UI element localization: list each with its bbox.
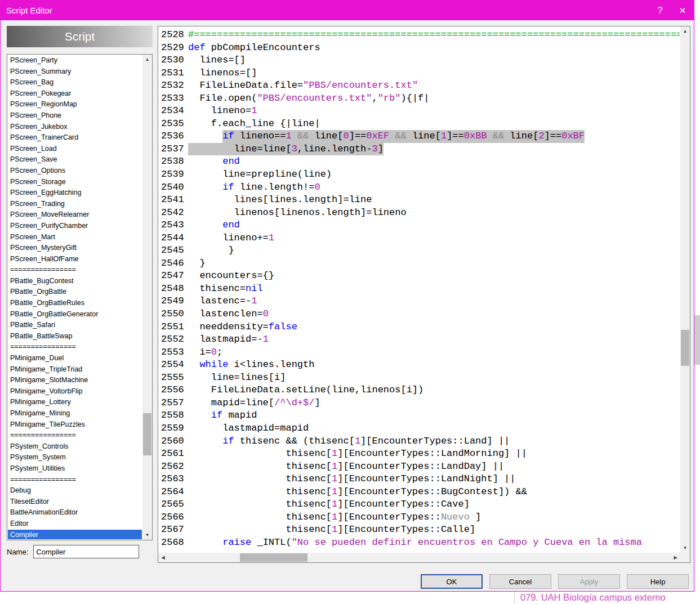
list-item[interactable]: PScreen_Pokegear	[8, 88, 142, 100]
list-item[interactable]: PScreen_Bag	[8, 77, 142, 88]
cancel-button[interactable]: Cancel	[489, 574, 551, 589]
list-item[interactable]: PScreen_Save	[8, 154, 142, 165]
code-line: 2554 while i<lines.length	[161, 359, 680, 372]
code-editor[interactable]: 2528#===================================…	[158, 26, 690, 563]
code-line: 2545 }	[161, 244, 680, 257]
help-button[interactable]: Help	[627, 574, 689, 589]
scroll-up-icon[interactable]: ▲	[142, 55, 152, 64]
close-icon[interactable]: ✕	[671, 1, 694, 20]
list-item[interactable]: BattleAnimationEditor	[8, 507, 142, 518]
list-item[interactable]: PBattle_BattleSwap	[8, 331, 142, 342]
script-list-scrollbar-thumb[interactable]	[143, 413, 151, 455]
list-item[interactable]: PSystem_System	[8, 452, 142, 463]
code-line: 2562 thisenc[1][EncounterTypes::LandDay]…	[161, 460, 680, 473]
list-item[interactable]: PBattle_BugContest	[8, 276, 142, 287]
code-token: &&	[395, 130, 406, 143]
list-item[interactable]: PScreen_Party	[8, 55, 142, 66]
code-token: line.length!=	[234, 181, 315, 194]
code-line: 2552 lastmapid=-1	[161, 333, 680, 346]
background-scrollbar-thumb	[694, 315, 700, 365]
code-token: line=line[	[188, 143, 292, 156]
list-item[interactable]: PScreen_HallOfFame	[8, 254, 142, 265]
line-number: 2531	[161, 67, 185, 80]
list-item[interactable]: PScreen_Trading	[8, 199, 142, 210]
help-icon[interactable]: ?	[649, 1, 671, 20]
list-item[interactable]: PBattle_Safari	[8, 320, 142, 331]
list-item[interactable]: PSystem_Controls	[8, 441, 142, 453]
code-token: if	[222, 181, 234, 194]
code-token: 1	[269, 232, 274, 245]
list-item[interactable]: PMinigame_TripleTriad	[8, 364, 142, 375]
list-item[interactable]: PMinigame_Lottery	[8, 397, 142, 408]
code-token: pbCompileEncounters	[206, 42, 320, 55]
scroll-up-icon[interactable]: ▲	[680, 26, 690, 36]
line-number: 2547	[161, 270, 185, 283]
script-list[interactable]: PScreen_PartyPScreen_SummaryPScreen_BagP…	[7, 54, 153, 540]
list-item[interactable]: PScreen_Mart	[8, 232, 142, 243]
list-item[interactable]: PScreen_TrainerCard	[8, 132, 142, 144]
list-item[interactable]: PSystem_Utilities	[8, 463, 142, 475]
line-number: 2564	[161, 486, 185, 499]
list-item[interactable]: PScreen_Storage	[8, 177, 142, 188]
scroll-down-icon[interactable]: ▼	[142, 530, 152, 540]
list-item[interactable]: ================	[8, 475, 142, 486]
code-token: thisenc[	[188, 448, 332, 460]
list-item[interactable]: PMinigame_Mining	[8, 408, 142, 419]
list-item[interactable]: PScreen_Load	[8, 144, 142, 155]
list-item[interactable]: ================	[8, 342, 142, 353]
list-item[interactable]: ================	[8, 430, 142, 441]
list-item[interactable]: PBattle_OrgBattle	[8, 287, 142, 298]
list-item[interactable]: PScreen_MoveRelearner	[8, 209, 142, 221]
code-line: 2550 lastenclen=0	[161, 308, 680, 321]
code-token: raise	[222, 536, 251, 549]
code-token: thisenc && (thisenc[	[234, 435, 355, 448]
name-input[interactable]	[33, 545, 139, 558]
code-token: while	[199, 359, 228, 372]
list-item[interactable]: PMinigame_SlotMachine	[8, 375, 142, 386]
list-item[interactable]: ================	[8, 265, 142, 276]
code-token	[188, 219, 222, 232]
list-item[interactable]: Editor	[8, 518, 142, 530]
list-item[interactable]: PScreen_Options	[8, 165, 142, 177]
code-token: /^\d+$/	[274, 397, 314, 410]
code-line: 2532 FileLineData.file="PBS/encounters.t…	[161, 79, 680, 92]
scroll-down-icon[interactable]: ▼	[680, 543, 690, 553]
list-item[interactable]: PScreen_RegionMap	[8, 99, 142, 110]
list-item[interactable]: PMinigame_Duel	[8, 353, 142, 364]
code-line: 2531 linenos=[]	[161, 67, 680, 80]
list-item[interactable]: PScreen_Summary	[8, 66, 142, 78]
code-token: &&	[297, 130, 309, 143]
scroll-right-icon[interactable]: ▶	[671, 553, 680, 562]
list-item[interactable]: PScreen_Jukebox	[8, 122, 142, 133]
list-item[interactable]: PMinigame_TilePuzzles	[8, 419, 142, 431]
code-token: thisenc=	[188, 283, 246, 296]
list-item[interactable]: PScreen_EggHatching	[8, 187, 142, 199]
dialog-buttons: OKCancelApplyHelp	[421, 574, 689, 589]
line-number: 2565	[161, 498, 185, 511]
code-line: 2535 f.each_line {|line|	[161, 118, 680, 131]
list-item[interactable]: PBattle_OrgBattleGenerator	[8, 309, 142, 320]
line-number: 2555	[161, 372, 185, 384]
editor-vertical-scrollbar[interactable]: ▲ ▼	[680, 26, 690, 553]
line-number: 2559	[161, 422, 185, 435]
list-item[interactable]: PScreen_Phone	[8, 110, 142, 122]
list-item[interactable]: Debug	[8, 485, 142, 496]
line-number: 2530	[161, 54, 185, 67]
list-item[interactable]: PBattle_OrgBattleRules	[8, 298, 142, 309]
code-token: line=lines[i]	[188, 372, 286, 384]
scroll-left-icon[interactable]: ◀	[158, 553, 168, 562]
ok-button[interactable]: OK	[421, 574, 483, 589]
list-item[interactable]: TilesetEditor	[8, 496, 142, 508]
list-item[interactable]: PMinigame_VoltorbFlip	[8, 386, 142, 397]
code-line: 2566 thisenc[1][EncounterTypes::Nuevo ]	[161, 511, 680, 524]
editor-horizontal-scrollbar[interactable]: ◀ ▶	[158, 553, 680, 562]
script-list-scrollbar[interactable]: ▲ ▼	[142, 55, 152, 540]
editor-horizontal-scrollbar-thumb[interactable]	[240, 553, 307, 562]
code-token: FileLineData.setLine(line,linenos[i])	[188, 384, 423, 397]
line-number: 2544	[161, 232, 185, 245]
list-item[interactable]: Compiler	[8, 530, 142, 539]
editor-vertical-scrollbar-thumb[interactable]	[681, 330, 689, 366]
list-item[interactable]: PScreen_PurifyChamber	[8, 221, 142, 232]
list-item[interactable]: PScreen_MysteryGift	[8, 243, 142, 254]
code-token: nil	[246, 283, 263, 296]
